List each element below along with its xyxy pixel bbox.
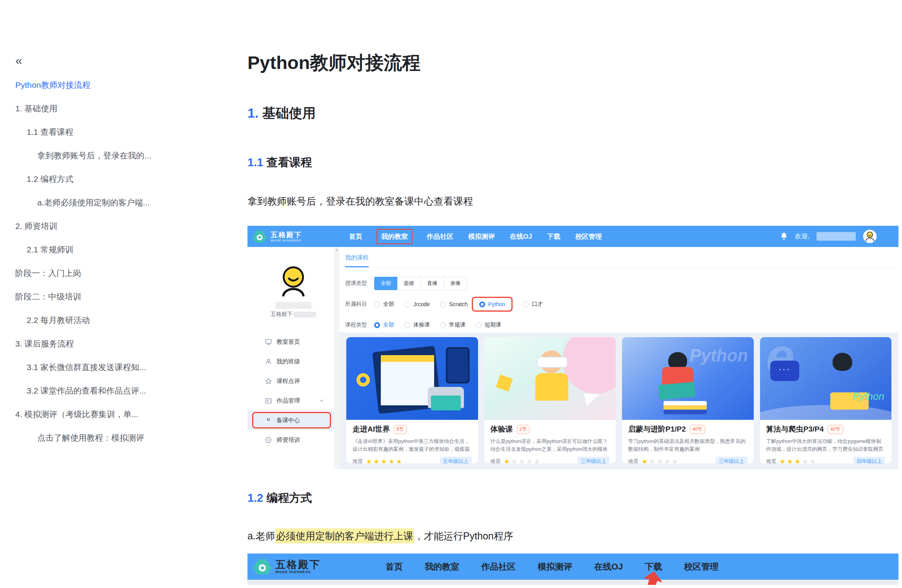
classroom-menu-course-review: 课程点评 bbox=[247, 371, 334, 391]
classroom-menu-classes: 我的班级 bbox=[247, 352, 334, 371]
nav-item-mock-eval: 模拟测评 bbox=[468, 232, 495, 241]
nav-item-online-oj: 在线OJ bbox=[594, 561, 623, 573]
screenshot2-nav-links: 首页 我的教室 作品社区 模拟测评 在线OJ 下载 校区管理 bbox=[386, 561, 718, 573]
illustration-text: Python bbox=[689, 346, 748, 365]
illustration-shape bbox=[664, 401, 707, 414]
user-avatar bbox=[278, 265, 308, 299]
filter-label: 所属科目 bbox=[345, 301, 369, 308]
card-title: 走进AI世界 bbox=[353, 424, 390, 434]
toc-item[interactable]: 3.1 家长微信群直接发送课程知... bbox=[15, 363, 200, 372]
toc-item[interactable]: 点击了解使用教程：模拟测评 bbox=[15, 433, 200, 443]
screenshot-download-nav[interactable]: 五格殿下 WUGE HIGHNESS 首页 我的教室 作品社区 模拟测评 在线O… bbox=[247, 554, 898, 585]
nav-item-my-classroom: 我的教室 bbox=[425, 561, 459, 573]
radio-label: 常规课 bbox=[449, 321, 466, 328]
menu-label: 我的班级 bbox=[276, 358, 300, 365]
course-card: e ··· Python 算法与爬虫P3/P4 40节 bbox=[760, 337, 892, 463]
classroom-menu: 教室首页 我的班级 课程点评 作品管理 bbox=[247, 332, 339, 450]
card-description: 什么是python语言，采用python语言可以做什么呢？结合生活去发现pyth… bbox=[491, 437, 610, 453]
card-illustration-ai-world bbox=[346, 337, 478, 420]
heading-text: 编程方式 bbox=[266, 492, 312, 504]
section-heading-1-1: 1.1 查看课程 bbox=[247, 155, 898, 169]
toc-item[interactable]: 拿到教师账号后，登录在我的... bbox=[15, 151, 200, 160]
toc-item[interactable]: 3. 课后服务流程 bbox=[15, 339, 200, 348]
heading-number: 1. bbox=[247, 105, 258, 120]
lesson-count-badge: 40节 bbox=[690, 425, 705, 434]
course-filter-panel: 我的课程 授课类型 全部 面授 直播 录播 所属科目 全部 Jrcode bbox=[339, 247, 898, 332]
heading-text: 基础使用 bbox=[262, 105, 316, 120]
paragraph-text: a.老师 bbox=[247, 530, 275, 541]
section-heading-1: 1. 基础使用 bbox=[247, 105, 898, 121]
card-text: 体验课 2节 什么是python语言，采用python语言可以做什么呢？结合生活… bbox=[484, 420, 616, 463]
toc-title-link[interactable]: Python教师对接流程 bbox=[15, 80, 200, 90]
illustration-shape bbox=[381, 355, 434, 362]
card-footer: 难度 ★★★★★ 五年级以上 bbox=[353, 457, 472, 463]
logo-name: 五格殿下 bbox=[271, 231, 302, 239]
radio-icon bbox=[523, 301, 529, 307]
classroom-username: 五格殿下- bbox=[247, 311, 339, 318]
illustration-text: Python bbox=[853, 390, 884, 403]
screenshot1-navbar-right: 欢迎, bbox=[780, 229, 877, 243]
illustration-shape bbox=[356, 373, 370, 387]
toc-item[interactable]: 2. 师资培训 bbox=[15, 221, 200, 231]
illustration-shape bbox=[658, 382, 696, 400]
stars-filled: ★★★★★ bbox=[366, 458, 404, 464]
collapse-sidebar-icon[interactable]: « bbox=[15, 55, 200, 67]
filter-label: 课程类型 bbox=[345, 321, 369, 328]
screenshot-course-center[interactable]: 五格殿下 WUGE HIGHNESS 首页 我的教室 作品社区 模拟测评 在线O… bbox=[247, 226, 898, 469]
chevron-down-icon bbox=[319, 398, 324, 403]
toc-item[interactable]: 4. 模拟测评（考级比赛集训，单... bbox=[15, 410, 200, 419]
toc-item[interactable]: 阶段一：入门上岗 bbox=[15, 269, 200, 278]
filter-button-live: 直播 bbox=[420, 277, 444, 290]
play-icon bbox=[265, 437, 272, 443]
menu-label: 课程点评 bbox=[276, 377, 300, 385]
monitor-icon bbox=[265, 339, 272, 345]
wuge-logo-icon bbox=[252, 228, 267, 245]
stars-empty: ★★★★ bbox=[511, 458, 542, 464]
paragraph-text: ，才能运行Python程序 bbox=[414, 530, 513, 541]
classroom-content: 我的课程 授课类型 全部 面授 直播 录播 所属科目 全部 Jrcode bbox=[339, 247, 898, 469]
card-text: 走进AI世界 8节 《走进AI世界》采用python中第三方模块结合生活，设计出… bbox=[346, 420, 478, 463]
radio-icon bbox=[479, 301, 485, 307]
logo-subtitle: WUGE HIGHNESS bbox=[275, 570, 321, 574]
radio-icon bbox=[440, 301, 446, 307]
screenshot1-body: 五格殿下- 教室首页 我的班级 课程点评 bbox=[247, 247, 898, 469]
illustration-shape bbox=[760, 405, 892, 420]
menu-label: 师资培训 bbox=[276, 436, 300, 444]
menu-label: 备课中心 bbox=[276, 417, 300, 424]
toc-item[interactable]: 1. 基础使用 bbox=[15, 104, 200, 113]
toc-item[interactable]: a.老师必须使用定制的客户端... bbox=[15, 198, 200, 207]
filter-button-in-person: 面授 bbox=[397, 277, 421, 290]
filter-row-subject: 所属科目 全部 Jrcode Scratch Python 口才 bbox=[345, 298, 893, 310]
classroom-username-text: 五格殿下- bbox=[271, 311, 295, 317]
screenshot1-nav-links: 首页 我的教室 作品社区 模拟测评 在线OJ 下载 校区管理 bbox=[349, 231, 602, 242]
card-footer: 难度 ★★★★★ 三年级以上 bbox=[491, 457, 610, 463]
nav-item-online-oj: 在线OJ bbox=[510, 232, 532, 241]
radio-regular: 常规课 bbox=[440, 321, 466, 328]
toc-item[interactable]: 1.1 查看课程 bbox=[15, 127, 200, 137]
wuge-logo: 五格殿下 WUGE HIGHNESS bbox=[253, 556, 321, 577]
welcome-text: 欢迎, bbox=[795, 232, 809, 241]
toc-item[interactable]: 3.2 课堂作品的查看和作品点评... bbox=[15, 386, 200, 396]
toc-item[interactable]: 2.2 每月教研活动 bbox=[15, 316, 200, 325]
toc-item[interactable]: 阶段二：中级培训 bbox=[15, 292, 200, 301]
blurred-text bbox=[294, 312, 316, 318]
nav-item-download: 下载 bbox=[547, 232, 560, 241]
nav-item-campus-mgmt: 校区管理 bbox=[575, 232, 602, 241]
radio-icon bbox=[476, 322, 482, 328]
card-description: 了解python中强大的算法功能，结合pygame模块制作游戏，设计出漂亮的网页… bbox=[766, 437, 886, 453]
menu-label: 教室首页 bbox=[276, 338, 300, 346]
grade-tag: 四年级以上 bbox=[853, 457, 885, 463]
classroom-sidebar: 五格殿下- 教室首页 我的班级 课程点评 bbox=[247, 247, 339, 469]
stars-filled: ★ bbox=[642, 458, 649, 464]
radio-trial: 体验课 bbox=[404, 321, 430, 328]
star-icon bbox=[265, 378, 272, 385]
scrollbar[interactable]: ▲ bbox=[334, 247, 339, 469]
filter-row-teaching-type: 授课类型 全部 面授 直播 录播 bbox=[345, 278, 893, 289]
toc-item[interactable]: 1.2 编程方式 bbox=[15, 174, 200, 184]
nav-item-my-classroom-annotated: 我的教室 bbox=[376, 229, 413, 244]
book-icon bbox=[265, 417, 272, 424]
grade-tag: 三年级以上 bbox=[716, 457, 747, 463]
wuge-logo-icon bbox=[253, 556, 272, 577]
toc-item[interactable]: 2.1 常规师训 bbox=[15, 245, 200, 254]
screenshot2-navbar: 五格殿下 WUGE HIGHNESS 首页 我的教室 作品社区 模拟测评 在线O… bbox=[247, 554, 898, 580]
